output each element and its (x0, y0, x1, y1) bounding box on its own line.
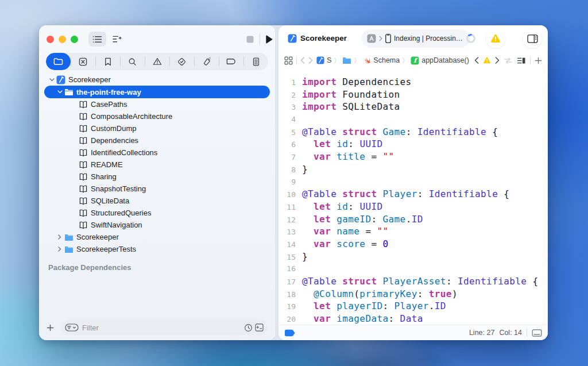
stop-button[interactable] (243, 32, 257, 47)
back-button[interactable] (300, 57, 305, 64)
folder-crumb-icon[interactable] (342, 57, 351, 64)
code-line-4[interactable]: 4 (278, 113, 548, 126)
activity-status-pill[interactable]: Indexing | Processin… (361, 29, 470, 48)
code-line-9[interactable]: 9 (278, 176, 548, 188)
function-icon[interactable]: f (411, 56, 419, 65)
navigator-tab-warning-triangle[interactable] (145, 53, 169, 70)
file-tree: Scorekeeperthe-point-free-wayCasePathsCo… (39, 74, 275, 255)
tree-item-SQLiteData[interactable]: SQLiteData (39, 195, 275, 207)
add-editor-button[interactable] (535, 57, 542, 64)
report-doc-icon (253, 57, 260, 66)
warning-triangle-icon (153, 57, 162, 66)
code-line-18[interactable]: 18 @Column(primaryKey: true) (278, 288, 548, 300)
tree-item-CasePaths[interactable]: CasePaths (39, 98, 275, 110)
code-line-3[interactable]: 3import SQLiteData (278, 101, 548, 113)
disclosure-right-icon[interactable] (56, 246, 63, 252)
swift-file-icon[interactable] (362, 56, 371, 65)
tree-item-SwiftNavigation[interactable]: SwiftNavigation (39, 219, 275, 231)
code-line-12[interactable]: 12 let gameID: Game.ID (278, 213, 548, 226)
close-button[interactable] (47, 36, 54, 43)
navigator-tab-bookmark[interactable] (95, 53, 120, 70)
line-number: 10 (278, 188, 296, 201)
tree-item-label: Sharing (91, 172, 117, 181)
clock-icon[interactable] (244, 323, 253, 332)
forward-button[interactable] (308, 57, 313, 64)
crumb-project[interactable]: S (327, 56, 331, 64)
disclosure-right-icon[interactable] (56, 234, 63, 240)
add-button[interactable] (47, 324, 54, 332)
navigator-tab-folder[interactable] (46, 53, 71, 70)
filter-input[interactable] (82, 323, 241, 332)
navigator-toggle-button[interactable] (88, 32, 106, 47)
crumb-file[interactable]: Schema (373, 56, 400, 64)
code-line-14[interactable]: 14 var score = 0 (278, 238, 548, 251)
tree-item-the-point-free-way[interactable]: the-point-free-way (44, 86, 270, 98)
tree-item-label: SnapshotTesting (91, 184, 146, 193)
disclosure-down-icon[interactable] (48, 78, 55, 82)
next-issue-button[interactable] (495, 57, 500, 64)
minimap-icon[interactable] (517, 57, 526, 64)
breakpoint-tag-icon[interactable] (284, 329, 296, 337)
navigator-tab-search[interactable] (120, 53, 145, 70)
bookmark-icon (105, 57, 111, 66)
code-line-11[interactable]: 11 let id: UUID (278, 201, 548, 213)
run-button[interactable] (262, 32, 276, 47)
navigator-tab-x-square[interactable] (71, 53, 95, 70)
code-line-17[interactable]: 17@Table struct PlayerAsset: Identifiabl… (278, 275, 548, 288)
chevron-right-icon (379, 36, 382, 41)
navigator-tab-debug-tag[interactable] (194, 53, 219, 70)
tree-item-label: Dependencies (91, 136, 138, 145)
prev-issue-button[interactable] (474, 57, 479, 64)
tree-item-README[interactable]: README (39, 159, 275, 171)
code-line-13[interactable]: 13 var name = "" (278, 225, 548, 238)
code-line-5[interactable]: 5@Table struct Game: Identifiable { (278, 126, 548, 138)
crumb-function[interactable]: appDatabase() (421, 56, 469, 64)
tree-item-CustomDump[interactable]: CustomDump (39, 122, 275, 134)
tree-item-ComposableArchitecture[interactable]: ComposableArchitecture (39, 110, 275, 122)
folder-blue-icon (64, 234, 74, 241)
inspector-toggle-button[interactable] (523, 29, 542, 48)
related-items-icon[interactable] (504, 57, 513, 64)
code-line-6[interactable]: 6 let id: UUID (278, 138, 548, 151)
code-text: var title = "" (302, 151, 394, 163)
navigator-tab-diamond-check[interactable] (169, 53, 194, 70)
filter-field[interactable] (61, 320, 268, 335)
tree-item-Sharing[interactable]: Sharing (39, 171, 275, 183)
code-text: @Table struct Game: Identifiable { (302, 126, 498, 138)
plus-minus-box-icon[interactable] (255, 323, 264, 332)
code-line-15[interactable]: 15} (278, 251, 548, 263)
navigator-tab-capsule[interactable] (219, 53, 243, 70)
navigator-tab-report-doc[interactable] (243, 53, 268, 70)
tree-item-ScorekeeperTests[interactable]: ScorekeeperTests (39, 243, 275, 255)
code-line-1[interactable]: 1import Dependencies (278, 76, 548, 88)
package-dependencies-section[interactable]: Package Dependencies (48, 263, 131, 272)
tree-item-StructuredQueries[interactable]: StructuredQueries (39, 207, 275, 219)
tree-item-Scorekeeper[interactable]: Scorekeeper (39, 74, 275, 86)
code-line-20[interactable]: 20 var imageData: Data (278, 313, 548, 325)
plus-icon (47, 324, 54, 332)
code-line-8[interactable]: 8} (278, 163, 548, 176)
keyboard-icon[interactable] (532, 329, 542, 337)
grid-icon[interactable] (284, 56, 293, 65)
tree-item-Dependencies[interactable]: Dependencies (39, 134, 275, 147)
code-line-16[interactable]: 16 (278, 263, 548, 275)
issue-warning-icon[interactable] (483, 57, 491, 64)
code-line-10[interactable]: 10@Table struct Player: Identifiable { (278, 188, 548, 201)
tree-item-Scorekeeper[interactable]: Scorekeeper (39, 231, 275, 243)
disclosure-down-icon[interactable] (56, 90, 63, 94)
minimize-button[interactable] (59, 36, 66, 43)
code-line-7[interactable]: 7 var title = "" (278, 151, 548, 163)
tree-item-SnapshotTesting[interactable]: SnapshotTesting (39, 183, 275, 195)
code-editor[interactable]: 1import Dependencies2import Foundation3i… (278, 69, 548, 325)
project-icon (288, 34, 297, 43)
code-line-19[interactable]: 19 let playerID: Player.ID (278, 300, 548, 313)
issues-button[interactable] (486, 29, 505, 48)
filter-chip-icon[interactable] (65, 323, 79, 332)
tree-item-IdentifiedCollections[interactable]: IdentifiedCollections (39, 147, 275, 159)
compose-button[interactable] (109, 32, 126, 47)
code-line-2[interactable]: 2import Foundation (278, 88, 548, 101)
traffic-lights (47, 36, 78, 43)
project-crumb-icon[interactable] (316, 56, 324, 64)
zoom-button[interactable] (71, 36, 78, 43)
diamond-check-icon (177, 57, 186, 66)
